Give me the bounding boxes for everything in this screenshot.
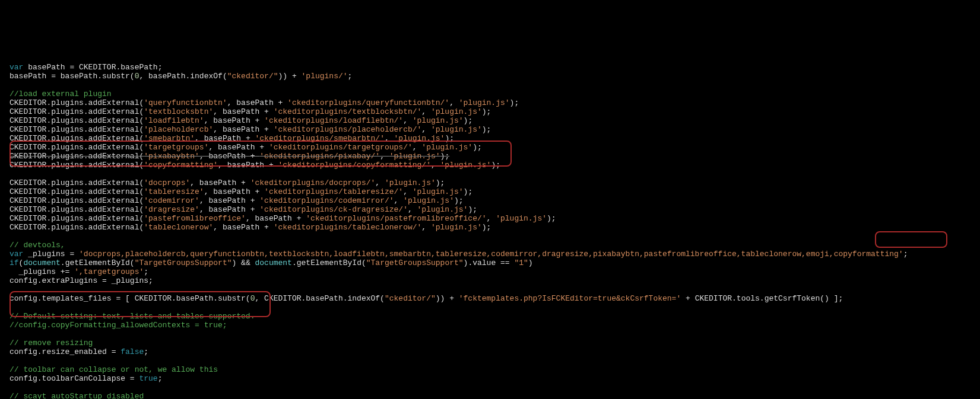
code-token: CKEDITOR.plugins.addExternal( xyxy=(9,205,144,214)
code-token: , basePath + xyxy=(213,107,273,116)
code-token: // scayt autoStartup disabled xyxy=(9,392,144,399)
code-token: + CKEDITOR.tools.getCsrfToken() ]; xyxy=(681,294,843,303)
code-line[interactable]: CKEDITOR.plugins.addExternal('placeholde… xyxy=(9,125,971,134)
code-token: , xyxy=(487,214,496,223)
code-token: 'loadfilebtn' xyxy=(144,116,204,125)
code-token: CKEDITOR.plugins.addExternal( xyxy=(9,161,144,170)
code-line[interactable] xyxy=(9,232,971,241)
code-token: )) + xyxy=(278,72,302,81)
code-token: 'pixabaybtn' xyxy=(144,152,199,161)
code-line[interactable]: // Default setting: text, lists and tabl… xyxy=(9,312,971,321)
code-token: ); xyxy=(468,205,477,214)
code-editor[interactable]: var basePath = CKEDITOR.basePath;basePat… xyxy=(9,45,971,399)
code-line[interactable]: _plugins += ',targetgroups'; xyxy=(9,267,971,276)
code-line[interactable] xyxy=(9,170,971,178)
code-token: , xyxy=(408,205,417,214)
code-token: // remove resizing xyxy=(9,339,93,347)
code-token: , basePath + xyxy=(246,214,306,223)
code-token: , xyxy=(403,116,413,125)
code-line[interactable]: CKEDITOR.plugins.addExternal('docprops',… xyxy=(9,178,971,187)
code-token: CKEDITOR.plugins.addExternal( xyxy=(9,125,144,134)
code-token: 'plugin.js' xyxy=(417,205,468,214)
code-token: _plugins = xyxy=(23,250,79,258)
code-token: 'plugin.js' xyxy=(496,214,547,223)
code-line[interactable]: CKEDITOR.plugins.addExternal('textblocks… xyxy=(9,107,971,116)
code-token: 'ckeditorplugins/tableclonerow/' xyxy=(274,223,422,232)
code-line[interactable]: //config.copyFormatting_allowedContexts … xyxy=(9,321,971,330)
code-token: // Default setting: text, lists and tabl… xyxy=(9,312,255,321)
code-line[interactable]: CKEDITOR.plugins.addExternal('tableresiz… xyxy=(9,187,971,196)
code-token: 'plugin.js' xyxy=(440,161,491,170)
code-token: // toolbar can collapse or not, we allow… xyxy=(9,365,218,374)
code-token: CKEDITOR.plugins.addExternal( xyxy=(9,116,144,125)
code-line[interactable]: basePath = basePath.substr(0, basePath.i… xyxy=(9,72,971,81)
code-token: 'ckeditorplugins/tableresize/' xyxy=(264,187,403,196)
code-line[interactable]: CKEDITOR.plugins.addExternal('loadfilebt… xyxy=(9,116,971,125)
code-token: 'plugin.js' xyxy=(459,98,510,107)
code-token: ); xyxy=(440,152,450,161)
code-line[interactable]: CKEDITOR.plugins.addExternal('pixabaybtn… xyxy=(9,152,971,161)
code-token: CKEDITOR.plugins.addExternal( xyxy=(9,152,144,161)
code-line[interactable]: //load external plugin xyxy=(9,90,971,98)
code-token: "ckeditor/" xyxy=(227,72,278,81)
code-line[interactable]: var basePath = CKEDITOR.basePath; xyxy=(9,63,971,72)
code-line[interactable]: CKEDITOR.plugins.addExternal('codemirror… xyxy=(9,196,971,205)
code-token: ; xyxy=(144,347,148,356)
code-line[interactable]: // devtools, xyxy=(9,241,971,250)
code-line[interactable]: // scayt autoStartup disabled xyxy=(9,392,971,399)
code-line[interactable] xyxy=(9,303,971,312)
code-token: var xyxy=(9,63,23,72)
code-line[interactable]: config.resize_enabled = false; xyxy=(9,347,971,356)
code-line[interactable] xyxy=(9,330,971,339)
code-token: document xyxy=(23,258,60,267)
code-line[interactable]: var _plugins = 'docprops,placeholdercb,q… xyxy=(9,250,971,258)
code-token: .getElementById( xyxy=(61,258,135,267)
code-token: 'plugin.js' xyxy=(413,187,464,196)
code-line[interactable]: CKEDITOR.plugins.addExternal('targetgrou… xyxy=(9,143,971,152)
code-token: config.toolbarCanCollapse = xyxy=(9,374,139,383)
code-token: "1" xyxy=(514,258,528,267)
code-token: 'plugin.js' xyxy=(431,125,482,134)
code-line[interactable]: if(document.getElementById("TargetGroups… xyxy=(9,258,971,267)
code-token: 'codemirror' xyxy=(144,196,199,205)
code-line[interactable] xyxy=(9,383,971,392)
code-token: 'textblocksbtn' xyxy=(144,107,213,116)
code-token: , basePath + xyxy=(190,178,250,187)
code-token: false xyxy=(120,347,144,356)
code-token: , xyxy=(421,107,431,116)
code-token: 'ckeditorplugins/smebarbtn/' xyxy=(255,134,385,143)
code-token: config.resize_enabled = xyxy=(9,347,120,356)
code-token: "TargetGroupsSupport" xyxy=(135,258,232,267)
code-token: ); xyxy=(491,161,500,170)
code-token: ).value == xyxy=(464,258,515,267)
code-line[interactable]: CKEDITOR.plugins.addExternal('smebarbtn'… xyxy=(9,134,971,143)
code-line[interactable]: config.toolbarCanCollapse = true; xyxy=(9,374,971,383)
code-line[interactable] xyxy=(9,285,971,294)
code-line[interactable]: // toolbar can collapse or not, we allow… xyxy=(9,365,971,374)
code-token: 'ckeditorplugins/pixabay/' xyxy=(259,152,380,161)
code-token: 'ckeditorplugins/ck-dragresize/' xyxy=(259,205,408,214)
code-line[interactable]: CKEDITOR.plugins.addExternal('dragresize… xyxy=(9,205,971,214)
code-line[interactable]: config.extraPlugins = _plugins; xyxy=(9,276,971,285)
code-token: //load external plugin xyxy=(9,90,112,98)
code-token: config.templates_files = [ CKEDITOR.base… xyxy=(9,294,250,303)
code-line[interactable]: CKEDITOR.plugins.addExternal('copyformat… xyxy=(9,161,971,170)
code-token: , basePath + xyxy=(208,143,268,152)
code-line[interactable]: config.templates_files = [ CKEDITOR.base… xyxy=(9,294,971,303)
code-token: 'ckeditorplugins/pastefromlibreoffice/' xyxy=(306,214,486,223)
code-token: , xyxy=(403,187,413,196)
code-token: 'tableclonerow' xyxy=(144,223,213,232)
code-line[interactable] xyxy=(9,81,971,90)
code-line[interactable]: CKEDITOR.plugins.addExternal('pastefroml… xyxy=(9,214,971,223)
code-line[interactable]: // remove resizing xyxy=(9,339,971,347)
code-token: ); xyxy=(464,116,473,125)
code-token: .getElementById( xyxy=(292,258,366,267)
code-token: 'plugin.js' xyxy=(394,134,445,143)
code-line[interactable] xyxy=(9,356,971,365)
code-token: 'targetgroups' xyxy=(144,143,208,152)
code-token: , basePath + xyxy=(218,161,278,170)
code-line[interactable]: CKEDITOR.plugins.addExternal('queryfunct… xyxy=(9,98,971,107)
code-token: , xyxy=(413,143,422,152)
code-line[interactable]: CKEDITOR.plugins.addExternal('tableclone… xyxy=(9,223,971,232)
code-token: 'plugin.js' xyxy=(403,196,454,205)
